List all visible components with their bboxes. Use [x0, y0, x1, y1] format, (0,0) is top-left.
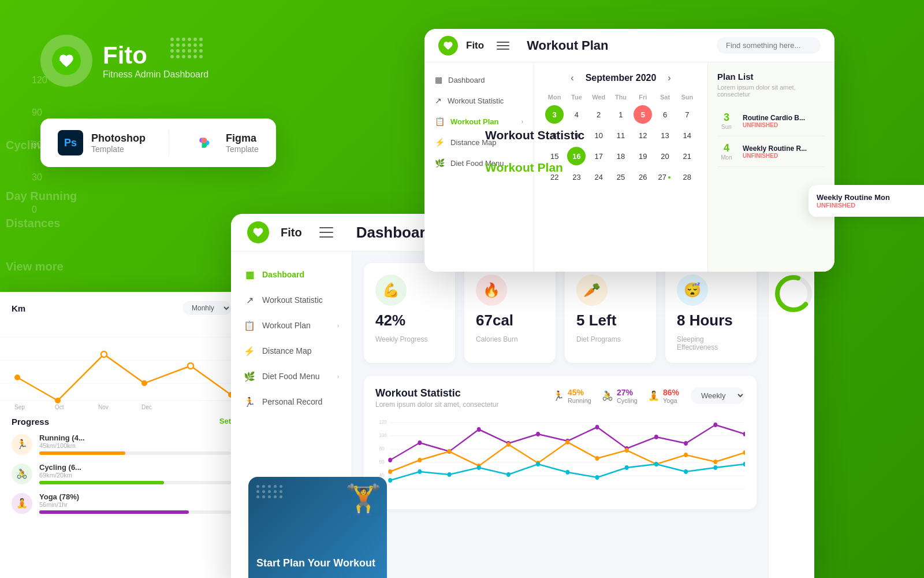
chevron-right-icon: ›: [521, 118, 523, 125]
figma-label: Figma Template: [226, 132, 259, 154]
sleep-icon: 😴: [677, 275, 708, 306]
cal-next-btn[interactable]: ›: [668, 73, 670, 83]
side-label-distances: Distances: [6, 217, 61, 230]
svg-point-41: [448, 472, 452, 477]
svg-point-38: [743, 450, 745, 455]
svg-point-26: [388, 469, 392, 474]
progress-yoga: 🧘 Yoga (78%) 56min/1hr: [12, 492, 231, 514]
wp-search-input[interactable]: [717, 37, 821, 54]
cal-day-25[interactable]: 25: [612, 168, 630, 186]
yoga-progress-bar: [39, 510, 189, 514]
svg-point-46: [595, 475, 599, 480]
weekly-dropdown[interactable]: Weekly Monthly: [691, 387, 745, 404]
cal-prev-btn[interactable]: ‹: [571, 73, 573, 83]
cal-day-5[interactable]: 5: [634, 105, 652, 124]
lp-monthly-select[interactable]: Monhly Weekly: [182, 301, 231, 315]
svg-point-48: [654, 462, 658, 466]
logo-circle: [40, 35, 92, 87]
logo-text: Fito Fitness Admin Dashboard: [103, 42, 208, 80]
weekly-routine-badge[interactable]: Weekly Routine Mon UNFINISHED: [808, 185, 924, 217]
svg-point-13: [388, 458, 392, 462]
sidebar-item-distance[interactable]: ⚡ Distance Map: [231, 338, 352, 364]
cal-day-19[interactable]: 19: [634, 147, 652, 165]
chart-title: Workout Statistic: [375, 387, 498, 399]
calories-icon: 🔥: [476, 275, 507, 306]
weekly-routine-status: UNFINISHED: [817, 202, 916, 209]
figma-icon: [192, 130, 218, 155]
lp-chart-title: Km: [12, 303, 25, 313]
cal-day-14[interactable]: 14: [678, 126, 696, 144]
svg-point-58: [14, 375, 20, 380]
cal-day-23[interactable]: 23: [567, 168, 586, 186]
cal-day-24[interactable]: 24: [590, 168, 608, 186]
diet-prog-icon: 🥕: [576, 275, 608, 306]
sleep-label: Sleeping Effectiveness: [677, 335, 745, 351]
svg-point-59: [55, 398, 61, 403]
cal-day-18[interactable]: 18: [612, 147, 630, 165]
wp-menu-icon[interactable]: [497, 42, 509, 50]
cal-day-20[interactable]: 20: [656, 147, 675, 165]
wp-title: Workout Plan: [527, 38, 709, 53]
left-panel: Km Monhly Weekly Sep Oct Nov Dec: [0, 292, 243, 578]
dash-main: 💪 42% Weekly Progress 🔥 67cal Calories B…: [352, 251, 768, 578]
svg-point-43: [506, 472, 511, 477]
cal-day-7[interactable]: 7: [678, 105, 696, 124]
cal-day-13[interactable]: 13: [656, 126, 675, 144]
svg-text:Oct: Oct: [55, 404, 64, 410]
cal-day-16[interactable]: 16: [567, 147, 586, 165]
svg-point-45: [565, 470, 569, 475]
sleep-value: 8 Hours: [677, 312, 745, 329]
cal-day-11[interactable]: 11: [612, 126, 630, 144]
cal-day-6[interactable]: 6: [656, 105, 675, 124]
weekly-routine-title: Weekly Routine Mon: [817, 193, 916, 202]
plan-list-title: Plan List: [717, 72, 825, 81]
ps-label: Photoshop Template: [91, 132, 146, 154]
stat-card-diet: 🥕 5 Left Diet Programs: [565, 263, 656, 363]
wp-header: Fito Workout Plan: [424, 29, 834, 62]
svg-point-60: [101, 351, 107, 357]
svg-point-34: [625, 448, 629, 453]
sidebar-item-dashboard[interactable]: ▦ Dashboard: [231, 262, 352, 287]
lp-progress: Progress Set 🏃 Running (4... 45km/100km …: [0, 412, 243, 527]
photoshop-card[interactable]: Ps Photoshop Template: [58, 130, 146, 155]
cal-day-28[interactable]: 28: [678, 168, 696, 186]
plan-item-2[interactable]: 4 Mon Weekly Routine R... UNFINISHED: [717, 136, 825, 167]
wp-sidebar-dashboard[interactable]: ▦ Dashboard: [424, 69, 534, 90]
legend-yoga: 🧘 86% Yoga: [648, 388, 679, 404]
svg-point-22: [654, 435, 658, 439]
cal-day-12[interactable]: 12: [634, 126, 652, 144]
wp-logo: [438, 36, 458, 55]
plan-item-1[interactable]: 3 Sun Routine Cardio B... UNFINISHED: [717, 106, 825, 136]
ps-icon: Ps: [58, 130, 83, 155]
progress-set: Set: [219, 417, 231, 427]
cal-day-2[interactable]: 2: [590, 105, 608, 124]
dashboard-icon: ▦: [244, 269, 255, 280]
cal-day-27[interactable]: 27: [656, 168, 675, 186]
cal-day-4[interactable]: 4: [567, 105, 586, 124]
svg-point-44: [536, 462, 540, 466]
figma-card[interactable]: Figma Template: [192, 130, 259, 155]
cal-day-17[interactable]: 17: [590, 147, 608, 165]
wp-brand: Fito: [466, 40, 484, 51]
cal-day-26[interactable]: 26: [634, 168, 652, 186]
side-label-viewmore: View more: [6, 260, 64, 273]
cal-day-3[interactable]: 3: [545, 105, 564, 124]
sidebar-item-personal[interactable]: 🏃 Personal Record: [231, 389, 352, 414]
cal-day-dummy1[interactable]: 1: [612, 105, 630, 124]
start-plan-banner[interactable]: 🏋️ Start Plan Your Workout: [248, 477, 387, 578]
wp-planlist: Plan List Lorem ipsum dolor sit amet, co…: [707, 62, 834, 272]
workout-plan-icon: 📋: [435, 117, 445, 126]
svg-point-61: [141, 380, 147, 386]
sidebar-item-workout-plan[interactable]: 📋 Workout Plan ›: [231, 313, 352, 338]
sidebar-item-workout-stat[interactable]: ↗ Workout Statistic: [231, 287, 352, 313]
svg-text:80: 80: [379, 445, 385, 451]
svg-text:Dec: Dec: [141, 404, 152, 410]
wp-sidebar-workout-stat[interactable]: ↗ Workout Statistic: [424, 90, 534, 111]
sidebar-item-diet[interactable]: 🌿 Diet Food Menu ›: [231, 364, 352, 389]
card-divider: [169, 130, 169, 155]
side-label-running: Day Running: [6, 190, 77, 203]
svg-point-47: [625, 465, 629, 470]
cal-day-21[interactable]: 21: [678, 147, 696, 165]
menu-icon[interactable]: [319, 227, 333, 238]
cal-day-10[interactable]: 10: [590, 126, 608, 144]
